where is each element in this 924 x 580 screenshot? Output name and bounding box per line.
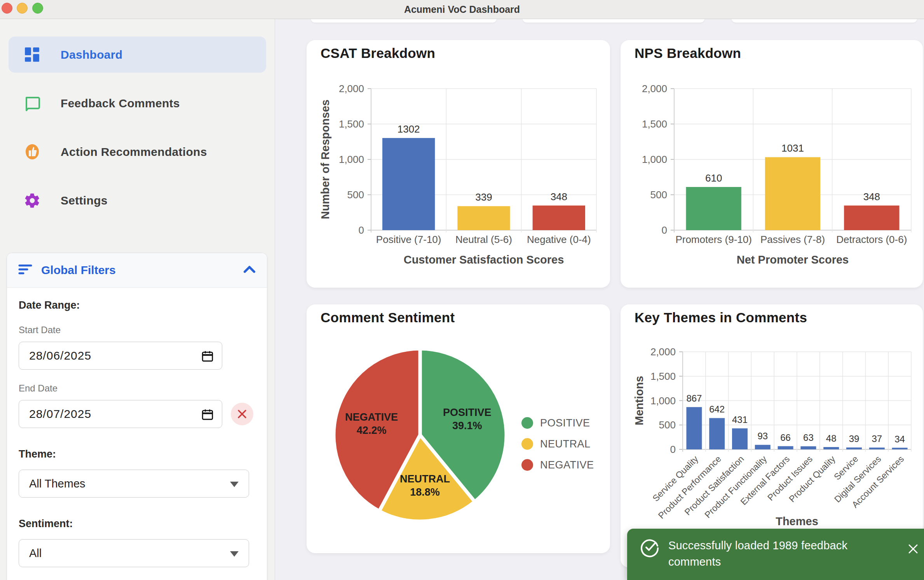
scrolled-card-stub [732,19,917,23]
svg-text:Promoters (9-10): Promoters (9-10) [675,234,752,245]
svg-text:348: 348 [551,191,567,203]
success-toast: Successfully loaded 1989 feedback commen… [627,529,924,580]
start-date-input[interactable]: 28/06/2025 [19,342,222,370]
theme-select-value: All Themes [29,477,85,490]
svg-text:500: 500 [347,189,364,201]
svg-text:500: 500 [659,419,676,431]
global-filters-title: Global Filters [41,264,243,277]
theme-select[interactable]: All Themes [19,470,249,498]
thumbs-up-icon [23,143,41,161]
sidebar-item-label: Action Recommendations [61,145,207,159]
svg-text:1,000: 1,000 [339,154,364,165]
titlebar: Acumeni VoC Dashboard [0,0,924,19]
sidebar-item-settings[interactable]: Settings [9,182,266,218]
end-date-label: End Date [19,383,255,394]
svg-text:Neutral (5-6): Neutral (5-6) [455,234,512,245]
chevron-down-icon [230,551,239,557]
svg-text:Number of Responses: Number of Responses [319,100,331,219]
key-themes-card: Key Themes in Comments 05001,0001,5002,0… [621,304,923,568]
svg-text:66: 66 [780,432,791,443]
svg-text:Detractors (0-6): Detractors (0-6) [836,234,907,245]
sidebar: Dashboard Feedback Comments Action Recom… [0,19,275,580]
toast-close-button[interactable] [905,540,922,557]
svg-text:1,500: 1,500 [650,370,676,382]
svg-text:0: 0 [359,224,364,236]
svg-text:1,000: 1,000 [642,154,667,165]
sidebar-item-label: Feedback Comments [61,97,180,110]
filter-icon [18,263,33,278]
svg-text:Net Promoter Scores: Net Promoter Scores [737,253,849,266]
svg-text:1,500: 1,500 [339,118,364,130]
svg-text:2,000: 2,000 [642,83,667,94]
legend-item-neutral: NEUTRAL [521,433,594,454]
start-date-label: Start Date [19,325,255,335]
window-title: Acumeni VoC Dashboard [0,0,924,19]
scrolled-card-stub [523,19,704,23]
svg-text:348: 348 [863,191,880,203]
legend-label: POSITIVE [540,417,590,429]
nps-bar-chart: 05001,0001,5002,000610Promoters (9-10)10… [621,40,923,288]
svg-text:431: 431 [732,414,748,425]
end-date-value: 28/07/2025 [29,407,91,421]
legend-swatch [521,459,533,471]
sidebar-item-feedback-comments[interactable]: Feedback Comments [9,85,266,121]
csat-breakdown-card: CSAT Breakdown 05001,0001,5002,0001302Po… [307,40,610,288]
end-date-row: 28/07/2025 [19,394,255,428]
end-date-input[interactable]: 28/07/2025 [19,400,222,428]
check-circle-icon [640,537,660,559]
svg-text:Customer Satisfaction Scores: Customer Satisfaction Scores [404,253,564,266]
svg-text:Mentions: Mentions [633,376,645,425]
date-range-label: Date Range: [19,299,255,311]
chevron-down-icon [230,482,239,487]
svg-text:500: 500 [650,189,667,201]
start-date-value: 28/06/2025 [29,349,91,362]
sidebar-nav: Dashboard Feedback Comments Action Recom… [0,19,275,218]
svg-text:Positive (7-10): Positive (7-10) [376,234,441,245]
svg-text:867: 867 [686,393,702,404]
svg-text:Themes: Themes [776,515,818,528]
scrolled-card-stub [311,19,497,23]
nps-breakdown-card: NPS Breakdown 05001,0001,5002,000610Prom… [621,40,923,288]
legend-item-positive: POSITIVE [521,412,594,433]
theme-label: Theme: [19,448,255,460]
toast-message: Successfully loaded 1989 feedback commen… [668,537,894,570]
calendar-icon[interactable] [201,349,214,365]
sidebar-item-label: Settings [61,194,108,207]
svg-text:48: 48 [826,433,837,444]
legend-item-negative: NEGATIVE [521,454,594,475]
pie-legend: POSITIVE NEUTRAL NEGATIVE [521,412,594,475]
svg-text:642: 642 [709,404,725,414]
svg-text:Negative (0-4): Negative (0-4) [527,234,591,245]
red-x-icon [237,409,247,419]
chevron-up-icon[interactable] [243,265,256,275]
sidebar-item-dashboard[interactable]: Dashboard [9,37,266,73]
svg-text:37: 37 [872,433,882,444]
svg-text:2,000: 2,000 [339,83,364,94]
svg-text:0: 0 [662,224,667,236]
svg-text:1302: 1302 [397,123,420,135]
comment-icon [23,94,41,112]
global-filters-body: Date Range: Start Date 28/06/2025 End Da… [7,299,267,567]
csat-bar-chart: 05001,0001,5002,0001302Positive (7-10)33… [307,40,610,288]
legend-label: NEGATIVE [540,459,594,471]
svg-text:2,000: 2,000 [650,346,676,358]
legend-swatch [521,417,533,429]
clear-date-range-button[interactable] [231,403,253,425]
svg-text:1,500: 1,500 [642,118,667,130]
global-filters-header[interactable]: Global Filters [7,253,267,288]
svg-text:339: 339 [475,191,492,203]
sidebar-item-action-recommendations[interactable]: Action Recommendations [9,134,266,170]
legend-swatch [521,438,533,450]
svg-text:610: 610 [705,172,722,184]
svg-text:34: 34 [894,434,905,444]
app-window: Acumeni VoC Dashboard Dashboard [0,0,924,580]
gear-icon [23,192,41,210]
sentiment-select[interactable]: All [19,539,249,567]
dashboard-grid-icon [23,46,41,64]
sidebar-item-label: Dashboard [61,48,122,61]
dashboard-content: CSAT Breakdown 05001,0001,5002,0001302Po… [275,19,924,580]
sentiment-label: Sentiment: [19,518,255,530]
svg-text:39: 39 [849,433,859,444]
calendar-icon[interactable] [201,408,214,424]
svg-text:0: 0 [670,444,676,455]
